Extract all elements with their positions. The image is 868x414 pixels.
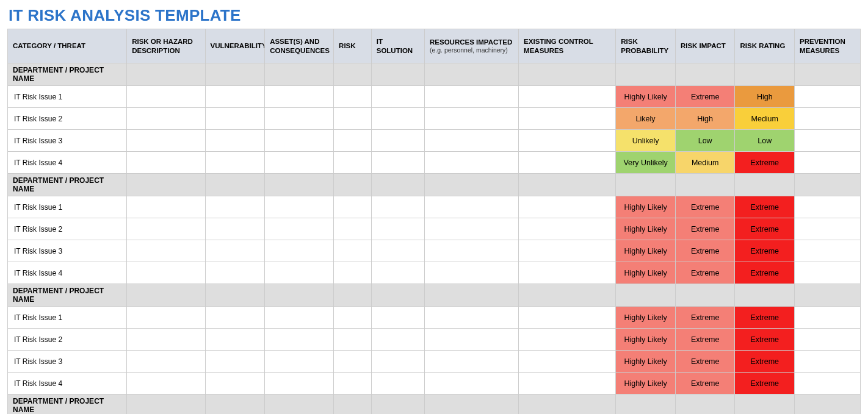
risk-impact-cell[interactable]: Medium (675, 152, 735, 174)
blank-cell[interactable] (334, 307, 372, 329)
blank-cell[interactable] (205, 240, 265, 262)
section-cell[interactable] (675, 63, 735, 86)
blank-cell[interactable] (265, 240, 334, 262)
risk-probability-cell[interactable]: Highly Likely (616, 86, 676, 108)
section-name[interactable]: DEPARTMENT / PROJECT NAME (8, 284, 127, 307)
blank-cell[interactable] (127, 307, 205, 329)
risk-rating-cell[interactable]: Extreme (735, 262, 795, 284)
section-cell[interactable] (127, 63, 205, 86)
section-cell[interactable] (519, 174, 616, 196)
section-cell[interactable] (265, 63, 334, 86)
risk-impact-cell[interactable]: Extreme (675, 240, 735, 262)
blank-cell[interactable] (265, 307, 334, 329)
blank-cell[interactable] (205, 262, 265, 284)
section-cell[interactable] (735, 284, 795, 307)
blank-cell[interactable] (127, 130, 205, 152)
row-label[interactable]: IT Risk Issue 4 (8, 262, 127, 284)
blank-cell[interactable] (127, 152, 205, 174)
row-label[interactable]: IT Risk Issue 3 (8, 130, 127, 152)
prevention-cell[interactable] (795, 130, 861, 152)
section-cell[interactable] (425, 394, 519, 415)
risk-impact-cell[interactable]: Extreme (675, 373, 735, 394)
risk-probability-cell[interactable]: Highly Likely (616, 307, 676, 329)
section-cell[interactable] (127, 174, 205, 196)
section-name[interactable]: DEPARTMENT / PROJECT NAME (8, 63, 127, 86)
blank-cell[interactable] (265, 86, 334, 108)
blank-cell[interactable] (205, 86, 265, 108)
risk-rating-cell[interactable]: Extreme (735, 307, 795, 329)
risk-probability-cell[interactable]: Highly Likely (616, 329, 676, 351)
section-cell[interactable] (265, 394, 334, 415)
blank-cell[interactable] (371, 218, 424, 240)
risk-impact-cell[interactable]: High (675, 108, 735, 130)
prevention-cell[interactable] (795, 240, 861, 262)
section-cell[interactable] (675, 174, 735, 196)
section-cell[interactable] (735, 63, 795, 86)
blank-cell[interactable] (519, 86, 616, 108)
blank-cell[interactable] (371, 152, 424, 174)
blank-cell[interactable] (519, 240, 616, 262)
section-cell[interactable] (616, 63, 676, 86)
blank-cell[interactable] (371, 329, 424, 351)
blank-cell[interactable] (205, 329, 265, 351)
section-cell[interactable] (795, 284, 861, 307)
blank-cell[interactable] (425, 240, 519, 262)
risk-probability-cell[interactable]: Highly Likely (616, 196, 676, 218)
risk-probability-cell[interactable]: Unlikely (616, 130, 676, 152)
blank-cell[interactable] (127, 218, 205, 240)
blank-cell[interactable] (371, 373, 424, 394)
blank-cell[interactable] (519, 262, 616, 284)
section-cell[interactable] (425, 63, 519, 86)
blank-cell[interactable] (205, 218, 265, 240)
section-cell[interactable] (371, 174, 424, 196)
blank-cell[interactable] (265, 108, 334, 130)
blank-cell[interactable] (205, 108, 265, 130)
section-cell[interactable] (205, 284, 265, 307)
risk-rating-cell[interactable]: Extreme (735, 152, 795, 174)
blank-cell[interactable] (265, 130, 334, 152)
blank-cell[interactable] (334, 262, 372, 284)
blank-cell[interactable] (265, 262, 334, 284)
blank-cell[interactable] (519, 218, 616, 240)
blank-cell[interactable] (519, 152, 616, 174)
section-cell[interactable] (127, 284, 205, 307)
blank-cell[interactable] (205, 196, 265, 218)
prevention-cell[interactable] (795, 196, 861, 218)
blank-cell[interactable] (371, 196, 424, 218)
risk-probability-cell[interactable]: Highly Likely (616, 351, 676, 373)
risk-rating-cell[interactable]: Extreme (735, 351, 795, 373)
risk-impact-cell[interactable]: Extreme (675, 262, 735, 284)
row-label[interactable]: IT Risk Issue 4 (8, 152, 127, 174)
blank-cell[interactable] (519, 329, 616, 351)
blank-cell[interactable] (265, 196, 334, 218)
section-cell[interactable] (371, 284, 424, 307)
row-label[interactable]: IT Risk Issue 3 (8, 351, 127, 373)
risk-probability-cell[interactable]: Highly Likely (616, 262, 676, 284)
blank-cell[interactable] (425, 108, 519, 130)
section-name[interactable]: DEPARTMENT / PROJECT NAME (8, 394, 127, 415)
prevention-cell[interactable] (795, 218, 861, 240)
section-cell[interactable] (519, 394, 616, 415)
risk-rating-cell[interactable]: Extreme (735, 373, 795, 394)
blank-cell[interactable] (205, 130, 265, 152)
row-label[interactable]: IT Risk Issue 2 (8, 218, 127, 240)
risk-probability-cell[interactable]: Highly Likely (616, 373, 676, 394)
row-label[interactable]: IT Risk Issue 4 (8, 373, 127, 394)
blank-cell[interactable] (371, 86, 424, 108)
blank-cell[interactable] (334, 329, 372, 351)
prevention-cell[interactable] (795, 351, 861, 373)
section-cell[interactable] (334, 284, 372, 307)
blank-cell[interactable] (425, 130, 519, 152)
risk-impact-cell[interactable]: Extreme (675, 86, 735, 108)
prevention-cell[interactable] (795, 262, 861, 284)
blank-cell[interactable] (371, 351, 424, 373)
blank-cell[interactable] (425, 329, 519, 351)
section-cell[interactable] (334, 63, 372, 86)
prevention-cell[interactable] (795, 307, 861, 329)
section-cell[interactable] (425, 284, 519, 307)
row-label[interactable]: IT Risk Issue 2 (8, 108, 127, 130)
blank-cell[interactable] (205, 351, 265, 373)
prevention-cell[interactable] (795, 329, 861, 351)
blank-cell[interactable] (334, 373, 372, 394)
blank-cell[interactable] (127, 329, 205, 351)
